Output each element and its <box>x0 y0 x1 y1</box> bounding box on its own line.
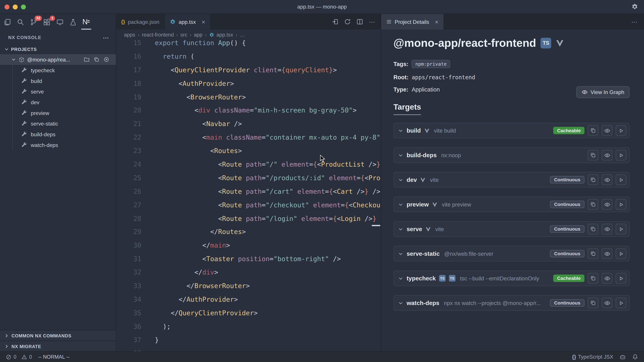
open-changes-icon[interactable] <box>332 18 338 25</box>
code-line-33[interactable]: 33 </BrowserRouter> <box>116 279 381 293</box>
code-line-26[interactable]: 26 <Route path="/cart" element={<Cart />… <box>116 185 381 198</box>
chevron-down-icon[interactable] <box>398 300 403 306</box>
close-tab-icon[interactable]: × <box>202 18 205 25</box>
target-card-watch-deps[interactable]: watch-depsnpx nx watch --projects @mono-… <box>394 295 630 311</box>
sidebar-target-typecheck[interactable]: typecheck <box>0 65 116 76</box>
view-target-button[interactable] <box>602 125 612 136</box>
code-line-34[interactable]: 34 </AuthProvider> <box>116 293 381 306</box>
code-line-27[interactable]: 27 <Route path="/checkout" element={<Che… <box>116 198 381 212</box>
view-target-button[interactable] <box>602 298 612 308</box>
target-card-build-deps[interactable]: build-depsnx:noop <box>394 147 630 163</box>
code-line-35[interactable]: 35 </QueryClientProvider> <box>116 306 381 320</box>
view-target-button[interactable] <box>602 273 612 284</box>
breadcrumb-item--[interactable]: … <box>240 32 245 38</box>
code-line-20[interactable]: 20 <div className="min-h-screen bg-gray-… <box>116 104 381 117</box>
code-editor[interactable]: 15export function App() {16 return (17 <… <box>116 40 381 351</box>
chevron-down-icon[interactable] <box>398 128 403 133</box>
breadcrumb-item-app[interactable]: app <box>194 32 202 38</box>
copy-path-button[interactable] <box>94 57 99 62</box>
target-card-build[interactable]: buildvite buildCacheable <box>394 123 630 138</box>
code-line-21[interactable]: 21 <Navbar /> <box>116 117 381 131</box>
code-line-24[interactable]: 24 <Route path="/" element={<ProductList… <box>116 158 381 171</box>
copy-target-button[interactable] <box>588 224 598 234</box>
code-line-38[interactable]: 38 <box>116 347 381 351</box>
sidebar-target-build-deps[interactable]: build-deps <box>0 129 116 140</box>
run-target-button[interactable] <box>616 273 626 284</box>
code-line-36[interactable]: 36 ); <box>116 320 381 333</box>
copy-target-button[interactable] <box>588 248 598 259</box>
sidebar-target-watch-deps[interactable]: watch-deps <box>0 140 116 150</box>
sidebar-target-serve[interactable]: serve <box>0 86 116 97</box>
sidebar-target-preview[interactable]: preview <box>0 108 116 118</box>
refresh-icon[interactable] <box>344 18 351 25</box>
chevron-down-icon[interactable] <box>398 226 403 232</box>
code-line-16[interactable]: 16 return ( <box>116 50 381 63</box>
target-card-preview[interactable]: previewvite previewContinuous <box>394 197 630 212</box>
more-actions-icon[interactable]: ⋯ <box>631 18 638 25</box>
view-target-button[interactable] <box>602 199 612 210</box>
common-nx-commands-section[interactable]: COMMON NX COMMANDS <box>0 330 116 341</box>
problems-warnings[interactable]: 0 <box>21 354 32 360</box>
code-line-30[interactable]: 30 </main> <box>116 239 381 252</box>
sidebar-target-serve-static[interactable]: serve-static <box>0 118 116 129</box>
source-control-icon[interactable]: 32 <box>29 17 38 27</box>
code-line-28[interactable]: 28 <Route path="/login" element={<Login … <box>116 212 381 225</box>
code-line-37[interactable]: 37} <box>116 333 381 347</box>
tab-package-json[interactable]: {} package.json <box>116 14 165 29</box>
copy-target-button[interactable] <box>588 273 598 284</box>
view-target-button[interactable] <box>602 174 612 185</box>
code-line-31[interactable]: 31 <Toaster position="bottom-right" /> <box>116 252 381 266</box>
search-icon[interactable] <box>16 17 26 27</box>
run-target-button[interactable] <box>616 248 626 259</box>
project-row[interactable]: @mono-app/rea... <box>0 54 116 65</box>
chevron-down-icon[interactable] <box>398 152 403 158</box>
copy-target-button[interactable] <box>588 150 598 161</box>
breadcrumb-item-app-tsx[interactable]: app.tsx <box>209 32 233 38</box>
view-in-graph-button[interactable]: View In Graph <box>576 86 630 98</box>
run-target-button[interactable] <box>616 298 626 308</box>
split-editor-icon[interactable] <box>356 18 363 25</box>
tab-project-details[interactable]: Project Details × <box>381 14 444 29</box>
testing-flask-icon[interactable] <box>68 17 78 27</box>
nx-console-icon[interactable]: N <box>81 17 91 27</box>
target-card-serve[interactable]: serveviteContinuous <box>394 221 630 237</box>
problems-errors[interactable]: 0 <box>6 354 16 360</box>
open-folder-button[interactable] <box>84 57 90 62</box>
nx-migrate-section[interactable]: NX MIGRATE <box>0 341 116 352</box>
minimize-window-button[interactable] <box>13 4 18 9</box>
copy-target-button[interactable] <box>588 125 598 136</box>
code-line-29[interactable]: 29 </Routes> <box>116 225 381 239</box>
files-icon[interactable] <box>2 17 12 27</box>
breadcrumb-item-react-frontend[interactable]: react-frontend <box>142 32 174 38</box>
extensions-icon[interactable]: 1 <box>42 17 52 27</box>
target-card-typecheck[interactable]: typecheckTSTStsc --build --emitDeclarati… <box>394 271 630 286</box>
notifications-bell-icon[interactable] <box>632 354 638 360</box>
breadcrumb-item-apps[interactable]: apps <box>124 32 135 38</box>
code-line-22[interactable]: 22 <main className="container mx-auto px… <box>116 131 381 144</box>
run-target-button[interactable] <box>616 174 626 185</box>
code-line-32[interactable]: 32 </div> <box>116 266 381 279</box>
copy-target-button[interactable] <box>588 199 598 210</box>
chevron-down-icon[interactable] <box>398 202 403 207</box>
more-actions-icon[interactable]: ⋯ <box>369 18 375 25</box>
breadcrumb-item-src[interactable]: src <box>180 32 187 38</box>
code-line-19[interactable]: 19 <BrowserRouter> <box>116 90 381 104</box>
target-card-dev[interactable]: devviteContinuous <box>394 172 630 188</box>
copy-target-button[interactable] <box>588 174 598 185</box>
run-target-button[interactable] <box>616 224 626 234</box>
run-target-button[interactable] <box>616 125 626 136</box>
more-actions-icon[interactable]: ⋯ <box>103 34 109 40</box>
code-line-18[interactable]: 18 <AuthProvider> <box>116 77 381 90</box>
run-target-button[interactable] <box>616 199 626 210</box>
close-panel-icon[interactable]: × <box>435 18 438 25</box>
projects-section-header[interactable]: PROJECTS <box>0 44 116 54</box>
sidebar-target-dev[interactable]: dev <box>0 97 116 108</box>
remote-explorer-icon[interactable] <box>55 17 65 27</box>
chevron-down-icon[interactable] <box>398 276 403 281</box>
tab-app-tsx[interactable]: app.tsx × <box>165 14 211 29</box>
copy-target-button[interactable] <box>588 298 598 308</box>
copilot-icon[interactable] <box>619 354 626 360</box>
language-mode[interactable]: {} TypeScript JSX <box>572 354 613 360</box>
view-target-button[interactable] <box>602 248 612 259</box>
project-graph-target-icon[interactable] <box>104 57 109 62</box>
